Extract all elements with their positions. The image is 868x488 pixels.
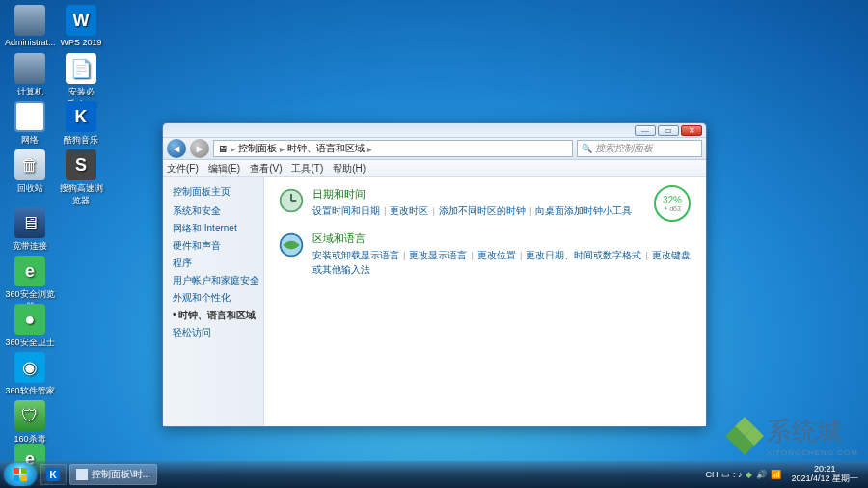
sidebar: 控制面板主页 系统和安全网络和 Internet硬件和声音程序用户帐户和家庭安全… bbox=[163, 177, 264, 426]
app-icon bbox=[14, 5, 45, 36]
icon-label: 回收站 bbox=[5, 182, 55, 195]
breadcrumb-root[interactable]: 控制面板 bbox=[238, 142, 277, 155]
minimize-button[interactable]: — bbox=[635, 125, 656, 136]
ime-indicator[interactable]: CH bbox=[705, 470, 718, 479]
sidebar-item[interactable]: 外观和个性化 bbox=[173, 291, 263, 305]
menu-item[interactable]: 工具(T) bbox=[291, 162, 323, 176]
svg-rect-6 bbox=[14, 475, 19, 481]
clock-icon bbox=[278, 187, 305, 214]
taskbar-clock[interactable]: 20:21 2021/4/12 星期一 bbox=[785, 465, 864, 484]
taskbar-item[interactable]: 控制面板\时... bbox=[69, 464, 157, 485]
watermark-logo-icon bbox=[728, 420, 761, 452]
sidebar-item[interactable]: 网络和 Internet bbox=[173, 222, 263, 235]
desktop-icon[interactable]: K酷狗音乐 bbox=[56, 101, 106, 147]
task-link[interactable]: 更改日期、时间或数字格式 bbox=[526, 250, 641, 260]
task-link[interactable]: 设置时间和日期 bbox=[312, 205, 380, 216]
sidebar-item[interactable]: 硬件和声音 bbox=[173, 239, 263, 253]
close-button[interactable]: ✕ bbox=[681, 125, 702, 136]
task-link[interactable]: 更改显示语言 bbox=[409, 250, 467, 260]
tray-sound-icon[interactable]: 🔊 bbox=[756, 470, 767, 479]
menu-item[interactable]: 编辑(E) bbox=[208, 162, 240, 176]
start-button[interactable] bbox=[4, 463, 37, 486]
desktop-icon[interactable]: ●360安全卫士 bbox=[5, 304, 55, 349]
category-title[interactable]: 日期和时间 bbox=[312, 187, 692, 202]
svg-rect-5 bbox=[21, 468, 27, 474]
app-icon: ◉ bbox=[14, 352, 45, 383]
icon-label: 360软件管家 bbox=[5, 385, 55, 397]
app-icon: 🖥 bbox=[14, 207, 45, 238]
desktop-icon[interactable]: 🖥宽带连接 bbox=[5, 207, 55, 253]
sidebar-item[interactable]: 程序 bbox=[173, 257, 263, 270]
menu-item[interactable]: 查看(V) bbox=[250, 162, 282, 176]
sidebar-item[interactable]: 时钟、语言和区域 bbox=[173, 309, 263, 322]
menu-item[interactable]: 帮助(H) bbox=[333, 162, 366, 176]
desktop-icon[interactable]: 计算机 bbox=[5, 53, 55, 98]
titlebar: — ▭ ✕ bbox=[163, 123, 706, 137]
desktop-icon[interactable]: 🗑回收站 bbox=[5, 149, 55, 195]
desktop: Administrat...WWPS 2019计算机📄安装必看.docx网络K酷… bbox=[0, 0, 868, 488]
back-button[interactable]: ◄ bbox=[167, 139, 186, 158]
sidebar-item[interactable]: 系统和安全 bbox=[173, 204, 263, 218]
desktop-icon[interactable]: ◉360软件管家 bbox=[5, 352, 55, 397]
task-link[interactable]: 安装或卸载显示语言 bbox=[312, 250, 399, 260]
task-link[interactable]: 更改时区 bbox=[390, 205, 428, 216]
status-badge: 32% + d63 bbox=[654, 185, 691, 222]
maximize-button[interactable]: ▭ bbox=[658, 125, 679, 136]
category-title[interactable]: 区域和语言 bbox=[312, 231, 692, 246]
icon-label: Administrat... bbox=[5, 38, 55, 47]
app-icon: ● bbox=[14, 304, 45, 335]
desktop-icon[interactable]: 🛡160杀毒 bbox=[5, 400, 55, 446]
svg-rect-4 bbox=[14, 468, 19, 474]
computer-icon: 🖥 bbox=[218, 144, 228, 154]
breadcrumb-current[interactable]: 时钟、语言和区域 bbox=[287, 142, 365, 155]
sidebar-item[interactable]: 用户帐户和家庭安全 bbox=[173, 274, 263, 287]
task-link[interactable]: 更改位置 bbox=[477, 250, 516, 260]
task-link[interactable]: 添加不同时区的时钟 bbox=[439, 205, 526, 216]
app-icon bbox=[14, 53, 45, 84]
watermark: 系统城 XITONGCHENG.COM bbox=[728, 415, 858, 457]
app-icon: W bbox=[66, 5, 96, 36]
icon-label: 宽带连接 bbox=[5, 240, 55, 253]
category: 区域和语言安装或卸载显示语言|更改显示语言|更改位置|更改日期、时间或数字格式|… bbox=[278, 231, 692, 277]
menu-item[interactable]: 文件(F) bbox=[167, 162, 199, 176]
app-icon: e bbox=[14, 256, 45, 286]
app-icon: S bbox=[66, 149, 96, 180]
icon-label: WPS 2019 bbox=[56, 38, 106, 47]
app-icon: 🛡 bbox=[14, 400, 45, 431]
app-icon bbox=[14, 101, 45, 132]
app-icon: 🗑 bbox=[14, 149, 45, 180]
icon-label: 搜狗高速浏览器 bbox=[56, 182, 106, 207]
sidebar-title[interactable]: 控制面板主页 bbox=[173, 185, 263, 199]
control-panel-window: — ▭ ✕ ◄ ► 🖥 ▸ 控制面板 ▸ 时钟、语言和区域 ▸ 搜索控制面板 文… bbox=[162, 122, 707, 427]
desktop-icon[interactable]: S搜狗高速浏览器 bbox=[56, 149, 106, 207]
address-bar[interactable]: 🖥 ▸ 控制面板 ▸ 时钟、语言和区域 ▸ bbox=[213, 140, 573, 157]
icon-label: 酷狗音乐 bbox=[56, 134, 106, 147]
tray-icons[interactable]: ▭ : ♪ bbox=[721, 470, 742, 479]
taskbar: K控制面板\时... CH ▭ : ♪ ◆ 🔊 📶 20:21 2021/4/1… bbox=[0, 461, 868, 488]
desktop-icon[interactable]: Administrat... bbox=[5, 5, 55, 47]
taskbar-item[interactable]: K bbox=[40, 464, 67, 485]
task-link[interactable]: 向桌面添加时钟小工具 bbox=[535, 205, 632, 216]
category: 日期和时间设置时间和日期|更改时区|添加不同时区的时钟|向桌面添加时钟小工具 bbox=[278, 187, 692, 218]
desktop-icon[interactable]: 网络 bbox=[5, 101, 55, 147]
svg-rect-7 bbox=[21, 475, 27, 481]
tray-shield-icon[interactable]: ◆ bbox=[746, 470, 752, 479]
app-icon: K bbox=[66, 101, 96, 132]
icon-label: 360安全卫士 bbox=[5, 337, 55, 349]
app-icon: 📄 bbox=[66, 53, 96, 84]
sidebar-item[interactable]: 轻松访问 bbox=[173, 326, 263, 339]
search-input[interactable]: 搜索控制面板 bbox=[577, 140, 702, 157]
menu-bar: 文件(F)编辑(E)查看(V)工具(T)帮助(H) bbox=[163, 160, 706, 177]
desktop-icon[interactable]: WWPS 2019 bbox=[56, 5, 106, 47]
globe-icon bbox=[278, 231, 305, 258]
main-panel: 日期和时间设置时间和日期|更改时区|添加不同时区的时钟|向桌面添加时钟小工具区域… bbox=[264, 177, 706, 426]
icon-label: 网络 bbox=[5, 134, 55, 147]
window-content: 控制面板主页 系统和安全网络和 Internet硬件和声音程序用户帐户和家庭安全… bbox=[163, 177, 706, 426]
navigation-bar: ◄ ► 🖥 ▸ 控制面板 ▸ 时钟、语言和区域 ▸ 搜索控制面板 bbox=[163, 137, 706, 160]
forward-button[interactable]: ► bbox=[190, 139, 209, 158]
icon-label: 计算机 bbox=[5, 86, 55, 98]
system-tray: CH ▭ : ♪ ◆ 🔊 📶 20:21 2021/4/12 星期一 bbox=[705, 465, 864, 484]
tray-network-icon[interactable]: 📶 bbox=[771, 470, 781, 479]
